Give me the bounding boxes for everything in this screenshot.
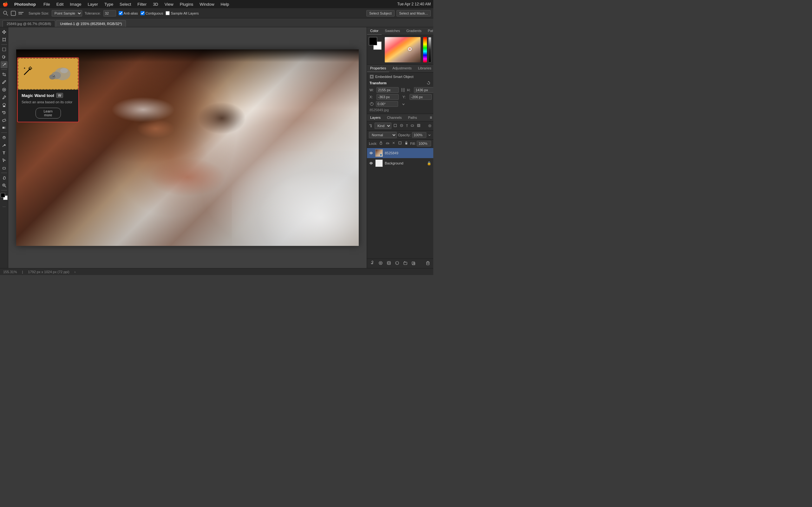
shape-tool-button[interactable] [1,164,8,171]
tolerance-input[interactable] [103,10,116,16]
x-input[interactable] [376,94,399,100]
add-mask-button[interactable] [386,260,392,267]
new-adjustment-button[interactable] [394,260,401,267]
artboard-tool-button[interactable] [1,36,8,43]
magic-wand-tool-button[interactable]: ✦ · [1,61,8,68]
contiguous-label[interactable]: Contiguous [141,11,163,15]
pen-tool-button[interactable] [1,142,8,149]
layer-visibility-1[interactable] [369,151,373,155]
hue-strip[interactable] [423,37,427,62]
brush-tool-button[interactable] [1,94,8,101]
text-tool-button[interactable]: T [1,149,8,156]
add-style-button[interactable] [377,260,384,267]
select-subject-button[interactable]: Select Subject [366,10,394,16]
link-layers-button[interactable] [369,260,376,267]
contiguous-checkbox[interactable] [141,11,145,15]
channels-tab[interactable]: Channels [384,114,405,121]
foreground-swatch[interactable] [369,37,377,45]
anti-alias-label[interactable]: Anti-alias [119,11,138,15]
sample-all-label[interactable]: Sample All Layers [165,11,199,15]
menu-file[interactable]: File [41,1,53,7]
fill-input[interactable] [417,141,431,147]
status-arrow[interactable]: › [74,270,76,274]
opacity-input[interactable] [412,132,426,138]
opacity-dropdown-icon[interactable] [427,133,432,137]
menu-view[interactable]: View [162,1,176,7]
menu-select[interactable]: Select [117,1,134,7]
patterns-tab[interactable]: Patterns [425,27,433,35]
sample-all-checkbox[interactable] [165,11,170,15]
menu-plugins[interactable]: Plugins [177,1,196,7]
stamp-tool-button[interactable] [1,101,8,108]
canvas-area[interactable]: ✦ · · [8,27,367,268]
blend-mode-select[interactable]: Normal [369,132,397,138]
layer-visibility-2[interactable] [369,161,373,165]
menu-window[interactable]: Window [197,1,217,7]
kind-filter-select[interactable]: Kind [374,123,392,129]
lock-transparent-button[interactable] [378,140,384,147]
tab-0[interactable]: 25849.jpg @ 66.7% (RGB/8) [3,20,55,27]
lock-pixels-button[interactable] [385,140,390,147]
filter-type-button[interactable]: T [405,123,409,129]
foreground-color-swatch[interactable] [1,193,5,198]
heal-tool-button[interactable] [1,86,8,93]
tab-1[interactable]: Untitled-1 @ 155% (8525849, RGB/32*) [56,20,126,27]
filter-shape-button[interactable] [410,123,415,129]
zoom-tool-button[interactable] [1,182,8,189]
filter-toggle[interactable] [428,124,432,127]
gradient-tool-button[interactable] [1,124,8,131]
hand-tool-button[interactable] [1,174,8,181]
angle-input[interactable] [376,101,398,107]
marquee-tool-button[interactable] [1,46,8,53]
menu-layer[interactable]: Layer [85,1,101,7]
fg-bg-swatches[interactable] [369,37,382,50]
y-input[interactable] [409,94,432,100]
layer-item-8525849[interactable]: 8525849 [367,148,433,158]
crop-tool-button[interactable] [1,71,8,78]
app-name[interactable]: Photoshop [12,1,38,7]
lasso-tool-button[interactable] [1,54,8,60]
reset-transform-icon[interactable] [426,81,431,85]
filter-smart-button[interactable] [416,123,421,129]
color-spectrum[interactable] [385,37,420,62]
height-input[interactable] [414,87,433,93]
menu-edit[interactable]: Edit [54,1,66,7]
more-tools-button[interactable]: ⋯ [1,203,8,210]
filter-pixel-button[interactable] [393,123,398,129]
color-spectrum-area[interactable] [385,37,420,62]
menu-help[interactable]: Help [218,1,232,7]
layer-item-background[interactable]: Background 🔒 [367,158,433,168]
anti-alias-checkbox[interactable] [119,11,123,15]
lock-position-button[interactable] [391,140,396,147]
history-tool-button[interactable] [1,109,8,116]
eraser-tool-button[interactable] [1,117,8,124]
color-swatches[interactable] [1,193,8,200]
new-layer-button[interactable] [410,260,417,267]
select-and-mask-button[interactable]: Select and Mask... [397,10,431,16]
menu-3d[interactable]: 3D [150,1,161,7]
filter-adjustment-button[interactable] [399,123,404,129]
color-tab[interactable]: Color [367,27,382,35]
lock-all-button[interactable] [404,140,409,147]
move-tool-button[interactable] [1,29,8,36]
menu-type[interactable]: Type [102,1,116,7]
menu-filter[interactable]: Filter [135,1,149,7]
adjustments-tab[interactable]: Adjustments [389,65,415,72]
lock-artboard-button[interactable] [397,140,403,147]
swatches-tab[interactable]: Swatches [382,27,403,35]
gradients-tab[interactable]: Gradients [403,27,425,35]
libraries-tab[interactable]: Libraries [415,65,433,72]
sample-size-select[interactable]: Point Sample [52,10,82,16]
properties-tab[interactable]: Properties [367,65,389,72]
layers-options-icon[interactable]: ≡ [428,114,433,121]
width-input[interactable] [376,87,399,93]
path-select-tool-button[interactable] [1,157,8,164]
eyedropper-tool-button[interactable] [1,78,8,86]
delete-layer-button[interactable] [424,260,432,267]
learn-more-button[interactable]: Learn more [36,108,61,118]
menu-image[interactable]: Image [67,1,84,7]
angle-dropdown-icon[interactable] [401,102,406,106]
new-group-button[interactable] [402,260,409,267]
dodge-tool-button[interactable] [1,134,8,141]
paths-tab[interactable]: Paths [405,114,420,121]
